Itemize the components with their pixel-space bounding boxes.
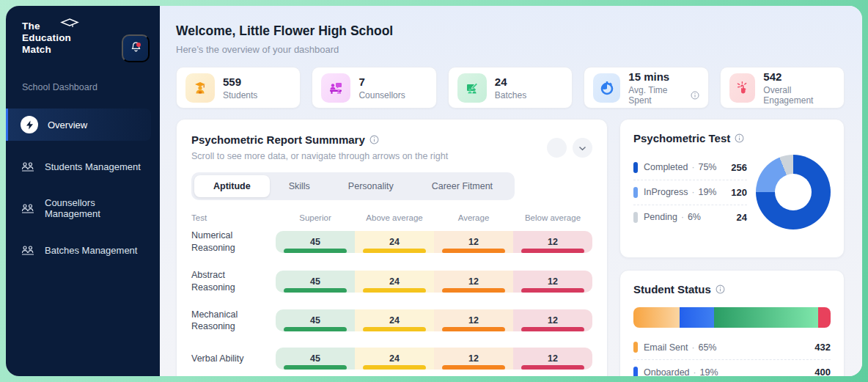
report-table: Test Superior Above average Average Belo… <box>191 213 592 370</box>
table-row: Numerical Reasoning 45 24 12 12 <box>191 229 592 254</box>
legend-pct: 65% <box>698 342 716 353</box>
superior-segment: 45 <box>276 348 355 370</box>
tab-career-fitment[interactable]: Career Fitment <box>413 175 512 197</box>
legend-count: 400 <box>807 367 831 376</box>
column-header-above-average: Above average <box>355 213 434 222</box>
average-segment: 12 <box>434 231 513 253</box>
info-icon[interactable] <box>716 284 725 294</box>
column-header-superior: Superior <box>276 213 355 222</box>
report-title-text: Psychometric Report Summmary <box>191 133 365 146</box>
below-average-segment: 12 <box>513 309 592 331</box>
above-average-segment: 24 <box>355 231 434 253</box>
below-average-segment: 12 <box>513 348 592 370</box>
stat-value: 15 mins <box>628 70 699 83</box>
info-icon[interactable] <box>369 135 379 144</box>
legend-separator: · <box>691 162 694 172</box>
content-row: Psychometric Report Summmary Scroll to s… <box>176 119 845 376</box>
legend-separator: · <box>691 187 694 197</box>
stat-label: Overall Engagement <box>763 85 835 106</box>
sidebar-item-counsellors-management[interactable]: Counsellors Management <box>6 192 151 224</box>
legend-label: Email Sent <box>644 342 688 353</box>
report-subtitle: Scroll to see more data, or navigate thr… <box>191 151 448 161</box>
bar-segment-pending <box>818 307 831 328</box>
legend-label: Completed <box>644 162 688 172</box>
graduation-cap-icon <box>60 18 79 34</box>
sidebar-item-batches-management[interactable]: Batches Management <box>6 234 151 266</box>
sidebar-item-label: Overview <box>48 120 87 131</box>
legend-pct: 19% <box>700 367 718 377</box>
superior-segment: 45 <box>276 271 355 293</box>
report-title: Psychometric Report Summmary <box>191 133 448 146</box>
chevron-up-icon <box>553 142 561 153</box>
stat-value: 542 <box>763 70 835 83</box>
legend-count: 24 <box>729 212 747 223</box>
page-subtitle: Here’s the overview of your dashboard <box>176 44 845 55</box>
stat-card-engagement: 542 Overall Engagement <box>720 67 845 109</box>
users-icon <box>21 202 35 214</box>
legend-pct: 6% <box>688 212 701 222</box>
test-name: Numerical Reasoning <box>191 229 276 254</box>
info-icon[interactable] <box>691 91 699 100</box>
student-status-stacked-bar <box>633 307 831 328</box>
sidebar-nav: Overview Students Management <box>6 109 160 266</box>
dashboard-app: The Education Match Scho <box>6 6 862 376</box>
logo-line-1: The <box>22 21 160 32</box>
test-name: Verbal Ability <box>191 353 276 365</box>
legend-pct: 19% <box>698 187 716 197</box>
psychometric-test-title-text: Psychometric Test <box>633 132 730 144</box>
score-bar: 45 24 12 12 <box>276 271 592 293</box>
average-segment: 12 <box>434 271 513 293</box>
legend-row-email-sent: Email Sent · 65% 432 <box>633 335 831 360</box>
superior-segment: 45 <box>276 309 355 331</box>
bar-segment-completed <box>714 307 819 328</box>
tab-skills[interactable]: Skills <box>270 175 329 197</box>
stat-card-counsellors: 7 Counsellors <box>312 67 436 109</box>
student-icon <box>185 73 215 103</box>
right-column: Psychometric Test Completed <box>619 119 845 376</box>
legend-label: InProgress <box>644 187 688 197</box>
info-icon[interactable] <box>735 133 744 143</box>
scroll-up-button[interactable] <box>547 138 567 158</box>
legend-row-onboarded: Onboarded · 19% 400 <box>633 360 831 376</box>
scroll-down-button[interactable] <box>573 138 592 158</box>
column-header-average: Average <box>434 213 513 222</box>
legend-marker <box>633 187 638 198</box>
tab-aptitude[interactable]: Aptitude <box>194 175 270 197</box>
legend-count: 120 <box>724 187 747 198</box>
sidebar-section-label: School Dashboard <box>22 82 160 92</box>
donut-legend: Completed · 75% 256 InProgress · 19% 120 <box>633 155 747 229</box>
stat-card-batches: 24 Batches <box>448 67 573 109</box>
stat-label-text: Avg. Time Spent <box>628 85 687 106</box>
sidebar-item-students-management[interactable]: Students Management <box>6 150 151 183</box>
legend-label: Pending <box>644 212 677 222</box>
notifications-button[interactable] <box>122 34 150 62</box>
student-status-legend: Email Sent · 65% 432 Onboarded · 19% 400 <box>633 335 831 376</box>
legend-row-completed: Completed · 75% 256 <box>633 155 747 180</box>
donut-chart <box>756 155 831 229</box>
bar-segment-onboarded <box>680 307 714 328</box>
stat-label: Avg. Time Spent <box>628 85 699 106</box>
logo: The Education Match <box>22 21 160 62</box>
sidebar-item-overview[interactable]: Overview <box>6 109 151 141</box>
sidebar: The Education Match Scho <box>6 6 160 376</box>
above-average-segment: 24 <box>355 309 434 331</box>
column-header-below-average: Below average <box>513 213 592 222</box>
stat-card-avg-time: 15 mins Avg. Time Spent <box>584 67 708 109</box>
table-row: Abstract Reasoning 45 24 12 12 <box>191 269 592 294</box>
tab-personality[interactable]: Personality <box>329 175 413 197</box>
below-average-segment: 12 <box>513 271 592 293</box>
psychometric-test-panel: Psychometric Test Completed <box>619 119 845 258</box>
legend-separator: · <box>694 367 696 377</box>
notification-dot <box>136 43 141 47</box>
page-title: Welcome, Little Flower High School <box>176 23 845 39</box>
main-content: Welcome, Little Flower High School Here’… <box>160 6 862 376</box>
below-average-segment: 12 <box>513 231 592 253</box>
score-bar: 45 24 12 12 <box>276 309 592 331</box>
legend-marker <box>633 212 638 223</box>
stat-value: 7 <box>358 76 405 88</box>
chevron-down-icon <box>578 142 586 153</box>
legend-label: Onboarded <box>644 367 690 377</box>
legend-marker <box>633 342 638 353</box>
psychometric-report-panel: Psychometric Report Summmary Scroll to s… <box>176 119 608 376</box>
stat-value: 24 <box>495 76 526 88</box>
